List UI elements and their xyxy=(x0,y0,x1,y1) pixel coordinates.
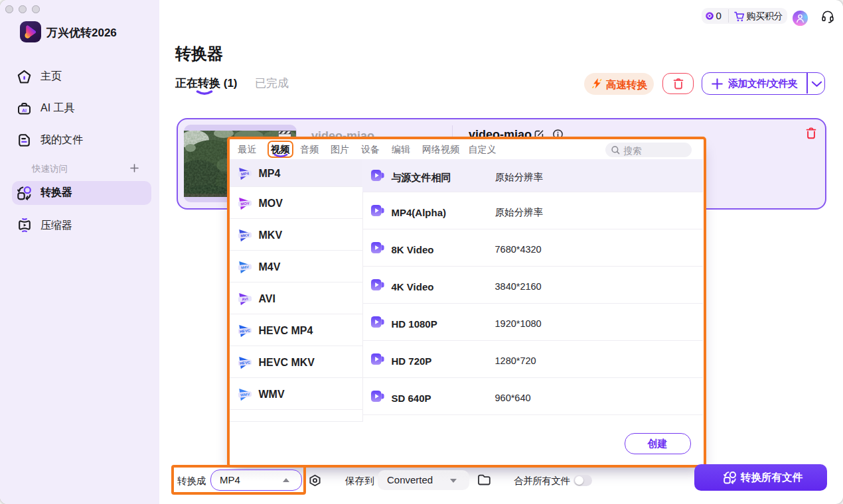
svg-text:M4V: M4V xyxy=(241,265,250,269)
svg-text:AVI: AVI xyxy=(242,296,248,301)
svg-text:AI: AI xyxy=(22,108,27,113)
